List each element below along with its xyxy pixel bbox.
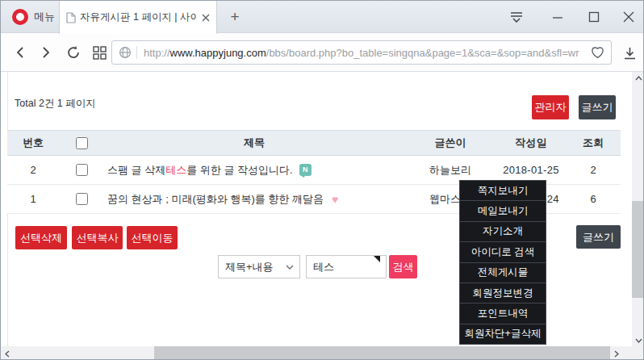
popup-item-search-by-id[interactable]: 아이디로 검색 [460, 242, 546, 262]
search-category-select[interactable]: 제목+내용 [218, 255, 300, 278]
scroll-right-icon[interactable] [610, 346, 622, 360]
scrollbar-corner [632, 346, 644, 360]
popup-item-all-posts[interactable]: 전체게시물 [460, 263, 546, 283]
bookmark-heart-icon[interactable] [591, 46, 604, 59]
write-button-bottom[interactable]: 글쓰기 [576, 225, 621, 249]
reload-icon[interactable] [64, 43, 83, 62]
minimize-button[interactable] [547, 1, 568, 33]
header-views: 조회 [566, 136, 621, 150]
select-all-checkbox[interactable] [76, 137, 88, 149]
admin-button[interactable]: 관리자 [532, 95, 569, 119]
popup-item-self-intro[interactable]: 자기소개 [460, 222, 546, 242]
scroll-up-icon[interactable] [632, 72, 644, 84]
back-icon[interactable] [10, 43, 30, 62]
tab-title: 자유게시판 1 페이지 | 사이트 [80, 10, 198, 24]
url-scheme: http:// [144, 47, 170, 59]
scroll-left-icon[interactable] [1, 346, 13, 360]
header-date: 작성일 [496, 136, 566, 150]
post-title-post: 를 위한 글 작성입니다. [186, 163, 292, 178]
scroll-down-icon[interactable] [632, 334, 644, 346]
move-selected-button[interactable]: 선택이동 [127, 226, 178, 249]
url-text: http://www.happyjung.com/bbs/board.php?b… [144, 47, 591, 59]
horizontal-scrollbar-thumb[interactable] [154, 346, 610, 360]
board-total-text: Total 2건 1 페이지 [15, 97, 96, 111]
browser-tab[interactable]: 자유게시판 1 페이지 | 사이트 [59, 1, 217, 34]
close-button[interactable] [618, 1, 639, 33]
popup-item-send-mail[interactable]: 메일보내기 [460, 201, 546, 221]
titlebar: 메뉴 자유게시판 1 페이지 | 사이트 + [1, 1, 644, 33]
opera-menu-label: 메뉴 [34, 10, 55, 24]
opera-menu-button[interactable]: 메뉴 [12, 7, 55, 27]
horizontal-scrollbar[interactable] [1, 346, 632, 360]
post-views: 2 [566, 164, 621, 176]
download-icon[interactable] [620, 44, 639, 63]
member-popup-menu: 쪽지보내기 메일보내기 자기소개 아이디로 검색 전체게시물 회원정보변경 포인… [459, 180, 546, 345]
delete-selected-button[interactable]: 선택삭제 [15, 226, 67, 249]
forward-icon[interactable] [36, 43, 56, 62]
post-views: 6 [566, 193, 621, 205]
table-header-row: 번호 제목 글쓴이 작성일 조회 [7, 130, 621, 156]
input-corner-marker-icon [374, 256, 380, 262]
maximize-button[interactable] [583, 1, 604, 33]
post-title-link[interactable]: 꿈의 현상과 ; 미래(평화와 행복)를 향한 깨달음 ♥ [104, 192, 404, 207]
url-host: www.happyjung.com [170, 47, 266, 59]
globe-icon [119, 46, 132, 59]
tab-menu-icon[interactable] [506, 1, 527, 33]
popup-item-point-history[interactable]: 포인트내역 [460, 303, 546, 324]
popup-item-send-note[interactable]: 쪽지보내기 [460, 181, 546, 201]
address-bar[interactable]: http://www.happyjung.com/bbs/board.php?b… [111, 40, 612, 65]
post-title-highlight: 테스 [165, 163, 186, 178]
post-title-pre: 꿈의 현상과 ; 미래(평화와 행복)를 향한 깨달음 [107, 192, 324, 207]
vertical-scrollbar-thumb[interactable] [632, 201, 644, 298]
speed-dial-icon[interactable] [90, 43, 109, 62]
search-category-value: 제목+내용 [225, 260, 274, 274]
post-number: 2 [7, 164, 59, 176]
opera-logo-icon [12, 9, 28, 25]
post-date: 2018-01-25 [496, 164, 566, 176]
heart-icon: ♥ [332, 193, 338, 206]
new-tab-button[interactable]: + [227, 9, 243, 25]
url-path: /bbs/board.php?bo_table=singqna&page=1&s… [266, 47, 579, 59]
vertical-scrollbar[interactable] [632, 72, 644, 346]
popup-item-edit-info[interactable]: 회원정보변경 [460, 283, 546, 303]
url-separator [136, 46, 137, 59]
header-author: 글쓴이 [404, 136, 496, 150]
new-post-icon: N [299, 164, 312, 176]
browser-window: 메뉴 자유게시판 1 페이지 | 사이트 + [0, 0, 644, 360]
post-title-pre: 스팸 글 삭제 [107, 163, 165, 178]
popup-item-block-delete[interactable]: 회원차단+글삭제 [460, 324, 546, 344]
post-number: 1 [7, 193, 59, 205]
tab-close-icon[interactable] [202, 14, 210, 22]
copy-selected-button[interactable]: 선택복사 [72, 226, 123, 249]
search-button[interactable]: 검색 [389, 255, 417, 278]
chevron-down-icon [286, 265, 294, 270]
header-title: 제목 [104, 136, 404, 150]
post-title-link[interactable]: 스팸 글 삭제 테스를 위한 글 작성입니다. N [104, 163, 404, 178]
row-checkbox[interactable] [76, 164, 88, 176]
header-no: 번호 [7, 136, 59, 150]
post-author-link[interactable]: 하늘보리 [404, 163, 496, 178]
write-button-top[interactable]: 글쓰기 [579, 95, 616, 119]
row-checkbox[interactable] [76, 193, 88, 205]
page-icon [66, 12, 76, 23]
